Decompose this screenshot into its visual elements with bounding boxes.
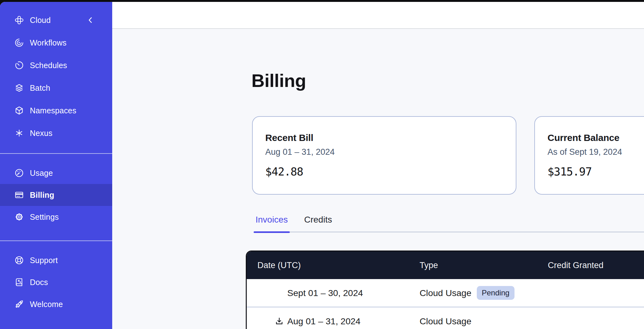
invoice-type: Cloud Usage [420, 288, 471, 298]
app-window: Cloud Workflows Schedules Batc [0, 2, 644, 329]
sidebar-item-label: Billing [30, 191, 54, 200]
invoice-type-cell: Cloud Usage Pending [415, 286, 543, 300]
page-title: Billing [246, 72, 644, 90]
temporal-logo-icon [14, 15, 24, 25]
workflows-icon [14, 38, 24, 47]
table-header: Date (UTC) Type Credit Granted [247, 251, 644, 279]
table-row: Aug 01 – 31, 2024 Cloud Usage [247, 307, 644, 329]
sidebar-item-settings[interactable]: Settings [0, 206, 112, 228]
table-row: Sept 01 – 30, 2024 Cloud Usage Pending [247, 279, 644, 307]
credit-card-icon [14, 190, 24, 200]
sidebar-item-label: Schedules [30, 61, 67, 70]
clock-icon [14, 61, 24, 70]
billing-page: Billing Recent Bill Aug 01 – 31, 2024 $4… [112, 29, 644, 329]
life-ring-icon [14, 256, 24, 265]
sidebar-divider [0, 153, 112, 154]
sidebar-item-support[interactable]: Support [0, 249, 112, 271]
sidebar-item-cloud[interactable]: Cloud [0, 9, 85, 31]
tab-credits[interactable]: Credits [302, 215, 334, 232]
sidebar-item-welcome[interactable]: Welcome [0, 293, 112, 315]
invoices-table: Date (UTC) Type Credit Granted Sept 01 –… [246, 251, 644, 329]
collapse-sidebar-button[interactable] [85, 15, 96, 25]
card-subtitle: Aug 01 – 31, 2024 [265, 147, 503, 157]
sidebar-item-usage[interactable]: Usage [0, 162, 112, 184]
summary-cards: Recent Bill Aug 01 – 31, 2024 $42.88 Cur… [252, 116, 644, 195]
gear-icon [14, 212, 24, 222]
sidebar-divider [0, 240, 112, 241]
column-header-type: Type [415, 261, 543, 270]
sidebar-item-nexus[interactable]: Nexus [0, 122, 112, 144]
download-invoice-button[interactable] [274, 316, 284, 326]
sidebar-item-label: Usage [30, 169, 53, 178]
invoice-date-cell: Sept 01 – 30, 2024 [247, 288, 415, 298]
sidebar-item-label: Settings [30, 213, 59, 222]
sidebar-item-label: Nexus [30, 129, 52, 138]
sidebar-header: Cloud [0, 9, 112, 31]
sidebar-item-label: Cloud [30, 16, 51, 25]
current-balance-card: Current Balance As of Sept 19, 2024 $315… [534, 116, 644, 195]
book-sparkles-icon [14, 278, 24, 287]
invoice-date: Sept 01 – 30, 2024 [287, 288, 363, 298]
sidebar-item-workflows[interactable]: Workflows [0, 31, 112, 54]
invoice-date: Aug 01 – 31, 2024 [287, 316, 361, 326]
sidebar-item-schedules[interactable]: Schedules [0, 54, 112, 77]
card-title: Current Balance [548, 132, 644, 143]
rocket-icon [14, 299, 24, 309]
invoice-type: Cloud Usage [420, 316, 471, 326]
asterisk-icon [14, 128, 24, 138]
sidebar-item-billing[interactable]: Billing [0, 184, 112, 206]
sidebar-item-label: Workflows [30, 38, 67, 47]
download-icon [275, 317, 284, 326]
sidebar-item-label: Docs [30, 278, 48, 287]
sidebar-item-label: Support [30, 256, 58, 265]
chevron-left-icon [86, 16, 95, 24]
layers-icon [14, 83, 24, 93]
billing-tabs: Invoices Credits [254, 215, 644, 232]
sidebar-item-label: Namespaces [30, 106, 76, 115]
column-header-credit-granted: Credit Granted [543, 261, 644, 270]
recent-bill-amount: $42.88 [265, 165, 503, 178]
sidebar-item-batch[interactable]: Batch [0, 77, 112, 99]
gauge-icon [14, 168, 24, 178]
column-header-date: Date (UTC) [247, 261, 415, 270]
sidebar-item-docs[interactable]: Docs [0, 271, 112, 293]
card-title: Recent Bill [265, 132, 503, 143]
invoice-date-cell: Aug 01 – 31, 2024 [247, 316, 415, 326]
main-area: Billing Recent Bill Aug 01 – 31, 2024 $4… [112, 2, 644, 329]
sidebar-item-label: Batch [30, 84, 50, 93]
status-badge: Pending [477, 286, 515, 300]
card-subtitle: As of Sept 19, 2024 [548, 147, 644, 157]
tab-invoices[interactable]: Invoices [254, 215, 290, 232]
current-balance-amount: $315.97 [548, 165, 644, 178]
cube-icon [14, 106, 24, 115]
recent-bill-card: Recent Bill Aug 01 – 31, 2024 $42.88 [252, 116, 516, 195]
sidebar-item-label: Welcome [30, 300, 63, 309]
invoice-type-cell: Cloud Usage [415, 316, 543, 326]
sidebar-item-namespaces[interactable]: Namespaces [0, 99, 112, 122]
icon-spacer [274, 288, 284, 298]
top-header-bar [112, 2, 644, 29]
sidebar: Cloud Workflows Schedules Batc [0, 2, 112, 329]
